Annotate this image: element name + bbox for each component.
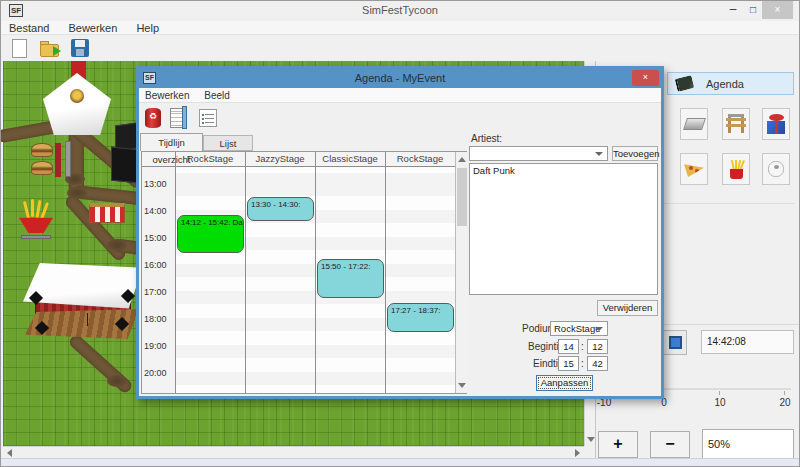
scroll-down-icon[interactable] (587, 437, 595, 442)
minimize-button[interactable]: – (725, 2, 741, 18)
torii-gate-icon (724, 111, 748, 135)
dialog-menubar: Bewerken Beeld (139, 88, 661, 103)
hour-label: 14:00 (144, 206, 167, 216)
zoom-out-button[interactable]: − (650, 431, 690, 458)
start-hour-field[interactable] (558, 339, 579, 354)
zoom-in-button[interactable]: + (598, 431, 638, 458)
fries-stand-building[interactable] (17, 201, 57, 241)
dialog-menu-bewerken[interactable]: Bewerken (139, 88, 195, 103)
hour-label: 16:00 (144, 260, 167, 270)
remove-artist-button[interactable]: Verwijderen (597, 300, 658, 316)
schedule-hour-gutter: 13:0014:0015:0016:0017:0018:0019:0020:00 (142, 167, 175, 393)
hour-label: 15:00 (144, 233, 167, 243)
tent-building[interactable] (43, 73, 111, 135)
list-view-button[interactable] (198, 106, 220, 130)
schedule-scrollbar[interactable] (455, 152, 467, 393)
app-title: SimFestTycoon (1, 4, 799, 16)
hour-label: 17:00 (144, 287, 167, 297)
add-artist-button[interactable]: Toevoegen (612, 146, 658, 161)
burger-icon (31, 161, 53, 175)
tent-logo-icon (70, 89, 84, 103)
open-file-button[interactable] (39, 38, 61, 59)
schedule-event[interactable]: 17:27 - 18:37: (387, 303, 454, 332)
clock-display: 14:42:08 (701, 330, 794, 354)
end-hour-field[interactable] (558, 356, 579, 371)
scroll-left-icon[interactable] (7, 449, 12, 457)
hour-label: 19:00 (144, 341, 167, 351)
new-file-icon (12, 39, 27, 58)
app-window: SF SimFestTycoon – □ × Bestand Bewerken … (0, 0, 800, 467)
podium-combobox[interactable]: RockStage (550, 321, 608, 336)
map-horizontal-scrollbar[interactable] (3, 446, 584, 458)
artist-combobox[interactable] (469, 146, 608, 161)
sidebar-separator (664, 203, 794, 204)
scroll-up-icon[interactable] (458, 157, 466, 162)
hour-label: 20:00 (144, 368, 167, 378)
slider-tick-label: 10 (708, 397, 732, 408)
apply-button[interactable]: Aanpassen (536, 375, 593, 391)
map-path-junction (107, 375, 127, 387)
delete-event-button[interactable]: ♻ (142, 106, 164, 130)
hour-label: 18:00 (144, 314, 167, 324)
burger-icon (31, 143, 53, 157)
schedule-event[interactable]: 13:30 - 14:30: (247, 197, 314, 221)
agenda-book-icon (675, 75, 695, 92)
main-stage-building[interactable] (23, 263, 143, 349)
start-minute-field[interactable] (587, 339, 608, 354)
artist-label: Artiest: (471, 133, 502, 144)
clock-blue-icon (669, 336, 682, 349)
menu-bestand[interactable]: Bestand (1, 21, 57, 35)
build-torii-gate-button[interactable] (722, 108, 750, 140)
schedule-event[interactable]: 14:12 - 15:42: Daft Punk (177, 215, 244, 253)
hour-label: 13:00 (144, 179, 167, 189)
popcorn-stand-building[interactable] (89, 203, 125, 223)
column-header: JazzyStage (245, 153, 315, 164)
schedule-event[interactable]: 15:50 - 17:22: (317, 259, 384, 298)
stage-floor-icon (683, 118, 706, 130)
dialog-close-button[interactable]: × (632, 70, 659, 86)
time-colon: : (581, 358, 584, 369)
mic-stand-icon (87, 313, 88, 326)
open-arrow-icon (53, 46, 61, 56)
end-minute-field[interactable] (587, 356, 608, 371)
toilet-paper-icon (763, 156, 789, 182)
new-file-button[interactable] (9, 38, 31, 59)
menu-bewerken[interactable]: Bewerken (60, 21, 125, 35)
burger-stand-building[interactable] (31, 139, 77, 181)
close-button[interactable]: × (762, 1, 793, 19)
main-titlebar: SF SimFestTycoon – □ × (1, 1, 799, 21)
menu-help[interactable]: Help (128, 21, 167, 35)
agenda-label: Agenda (706, 78, 744, 90)
timeline-view-button[interactable] (169, 106, 191, 130)
build-toilet-button[interactable] (762, 153, 790, 185)
build-fries-stand-button[interactable] (722, 153, 750, 185)
build-pizza-stand-button[interactable] (680, 153, 708, 185)
column-header: RockStage (385, 153, 455, 164)
zoom-level-display: 50% (702, 429, 794, 459)
scrollbar-thumb[interactable] (457, 168, 467, 226)
tab-lijst-overzicht[interactable]: Lijst overzicht (203, 135, 253, 151)
scroll-right-icon[interactable] (575, 449, 580, 457)
main-menubar: Bestand Bewerken Help (1, 21, 799, 35)
artist-listbox[interactable]: Daft Punk (469, 163, 658, 295)
build-gift-shop-button[interactable] (762, 108, 790, 140)
build-stage-floor-button[interactable] (680, 108, 708, 140)
tab-tijdlijn-overzicht[interactable]: Tijdlijn overzicht (140, 133, 203, 151)
scroll-down-icon[interactable] (458, 383, 466, 388)
dialog-titlebar[interactable]: SF Agenda - MyEvent × (139, 69, 661, 88)
chevron-down-icon (595, 327, 603, 331)
save-button[interactable] (69, 38, 91, 59)
map-path-junction (67, 187, 87, 199)
gift-icon (763, 111, 789, 137)
chevron-down-icon (595, 152, 603, 156)
pizza-icon (684, 160, 704, 177)
dialog-title: Agenda - MyEvent (139, 72, 661, 84)
dialog-menu-beeld[interactable]: Beeld (198, 88, 236, 103)
fries-icon (723, 156, 749, 182)
schedule-grid: RockStage JazzyStage ClassicStage RockSt… (141, 151, 467, 394)
column-header: ClassicStage (315, 153, 385, 164)
artist-list-item[interactable]: Daft Punk (473, 165, 654, 176)
maximize-button[interactable]: □ (745, 2, 761, 18)
agenda-button[interactable]: Agenda (667, 72, 794, 95)
map-path-junction (107, 239, 127, 251)
